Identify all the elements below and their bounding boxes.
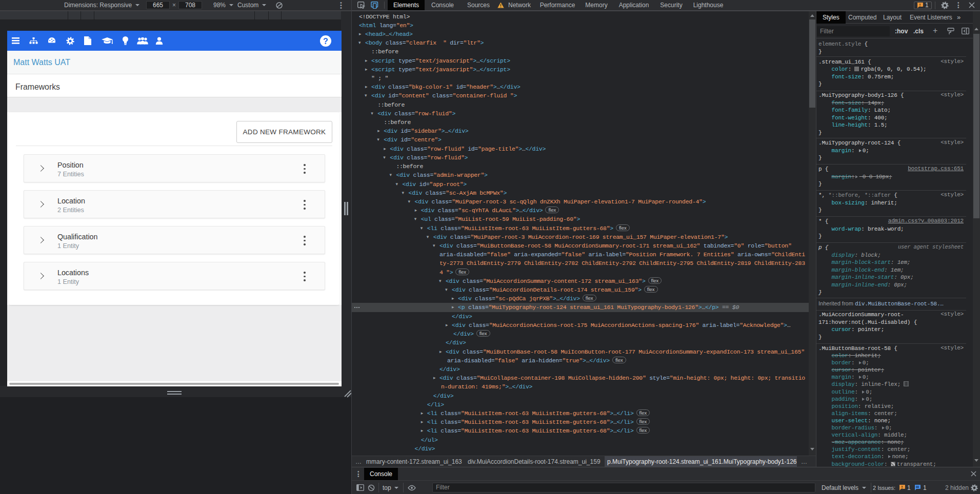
svg-text:?: ? bbox=[323, 37, 328, 46]
